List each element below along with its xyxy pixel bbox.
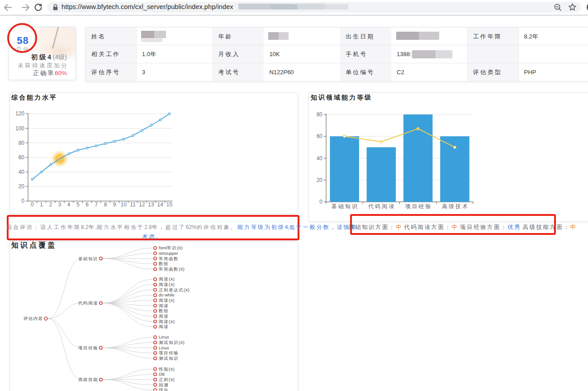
- svg-text:7: 7: [95, 201, 98, 208]
- svg-text:20: 20: [317, 177, 323, 183]
- svg-text:0: 0: [21, 198, 24, 204]
- svg-text:DB: DB: [159, 372, 165, 377]
- svg-text:评估内容: 评估内容: [24, 316, 43, 321]
- svg-text:阅读(X): 阅读(X): [159, 319, 175, 324]
- svg-text:13: 13: [148, 201, 154, 208]
- svg-text:0: 0: [319, 199, 322, 205]
- svg-text:测试知识(X): 测试知识(X): [159, 340, 185, 345]
- svg-text:项目经验: 项目经验: [78, 345, 98, 350]
- svg-text:6: 6: [85, 201, 89, 208]
- svg-text:do while: do while: [159, 292, 175, 297]
- svg-text:12: 12: [139, 201, 145, 208]
- svg-text:Linux: Linux: [159, 334, 169, 339]
- svg-text:120: 120: [15, 110, 24, 117]
- svg-text:阅读: 阅读: [159, 314, 169, 319]
- svg-text:阅读(X): 阅读(X): [159, 277, 175, 281]
- svg-text:性能(X): 性能(X): [158, 367, 175, 372]
- svg-text:8: 8: [104, 201, 107, 208]
- svg-text:2: 2: [49, 201, 52, 208]
- svg-text:项目经验: 项目经验: [405, 203, 432, 210]
- svg-text:14: 14: [157, 201, 164, 208]
- svg-text:阅读: 阅读: [159, 324, 169, 329]
- svg-text:strtoupper: strtoupper: [159, 251, 178, 256]
- svg-text:基础知识: 基础知识: [332, 203, 359, 210]
- svg-text:80: 80: [19, 140, 25, 146]
- svg-text:项目经验: 项目经验: [158, 350, 179, 355]
- svg-text:40: 40: [317, 155, 323, 162]
- svg-text:0: 0: [31, 201, 34, 208]
- svg-text:5: 5: [76, 201, 80, 208]
- svg-text:基础知识: 基础知识: [78, 256, 98, 261]
- svg-text:综合: 综合: [159, 387, 169, 391]
- svg-text:40: 40: [19, 169, 25, 175]
- svg-text:html常识(X): html常识(X): [159, 245, 183, 250]
- svg-text:高级技术: 高级技术: [442, 203, 469, 210]
- svg-text:代码阅读: 代码阅读: [78, 300, 98, 305]
- svg-text:常用函数: 常用函数: [159, 256, 179, 261]
- svg-text:15: 15: [166, 201, 173, 208]
- svg-text:3: 3: [58, 201, 62, 208]
- svg-text:11: 11: [130, 201, 136, 208]
- svg-text:80: 80: [317, 111, 323, 118]
- svg-text:阅读: 阅读: [159, 303, 169, 308]
- svg-text:4: 4: [67, 201, 71, 208]
- svg-text:20: 20: [19, 183, 25, 190]
- svg-text:Linux: Linux: [159, 345, 169, 350]
- svg-text:测试知识: 测试知识: [159, 356, 179, 361]
- svg-text:60: 60: [19, 154, 25, 161]
- svg-text:常用函数(X): 常用函数(X): [159, 267, 185, 272]
- svg-text:9: 9: [113, 201, 116, 208]
- svg-text:正则表达式(X): 正则表达式(X): [159, 287, 190, 292]
- svg-text:阅读(X): 阅读(X): [159, 298, 175, 303]
- svg-text:回溯: 回溯: [159, 382, 169, 387]
- svg-text:代码阅读: 代码阅读: [368, 203, 395, 210]
- svg-text:数组: 数组: [159, 308, 169, 313]
- svg-text:60: 60: [317, 133, 323, 139]
- svg-text:正则(X): 正则(X): [159, 377, 175, 382]
- svg-text:高级技能: 高级技能: [78, 377, 98, 382]
- svg-text:10: 10: [121, 201, 127, 208]
- svg-text:1: 1: [40, 201, 43, 208]
- svg-text:阅读(X): 阅读(X): [159, 282, 175, 287]
- svg-text:100: 100: [15, 125, 24, 132]
- svg-text:数组: 数组: [159, 261, 169, 266]
